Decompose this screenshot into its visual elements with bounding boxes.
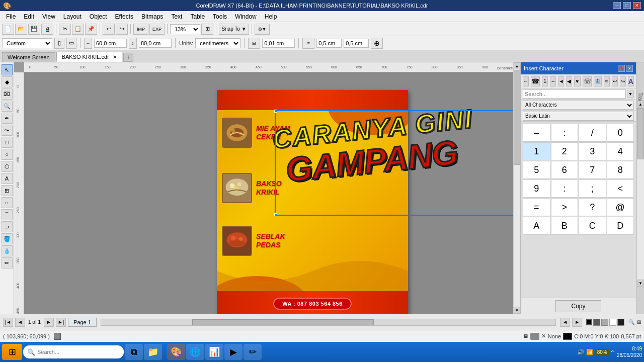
char-qmark[interactable]: ? [579, 198, 606, 216]
select-tool[interactable]: ↖ [2, 64, 13, 75]
offset-y-input[interactable] [344, 39, 369, 48]
blend-tool[interactable]: ⊃ [2, 221, 13, 232]
char-semicolon[interactable]: ; [579, 179, 606, 198]
char-4[interactable]: 4 [607, 142, 634, 160]
vscroll-up[interactable]: ▲ [514, 62, 520, 69]
chrome-btn[interactable]: 🌐 [186, 344, 204, 360]
outline-tool[interactable]: ✏ [2, 257, 13, 268]
units-select[interactable]: centimetersinchespixels [195, 38, 240, 48]
landscape-btn[interactable]: ▭ [66, 38, 76, 49]
panel-pin-btn[interactable]: 📌 [618, 65, 625, 72]
char-dot[interactable]: : [551, 124, 579, 142]
close-button[interactable]: ✕ [633, 2, 641, 9]
portrait-btn[interactable]: ▯ [54, 38, 64, 49]
ic-phone2-icon[interactable]: ☏ [583, 76, 592, 86]
media-btn[interactable]: ▶ [224, 344, 243, 360]
char-B[interactable]: B [551, 217, 579, 235]
panel-close-btn[interactable]: ✕ [626, 65, 633, 72]
import-button[interactable]: IMP [133, 24, 148, 35]
char-eq[interactable]: = [523, 198, 550, 216]
rectangle-tool[interactable]: □ [2, 137, 13, 148]
zoom-tool[interactable]: 🔍 [2, 101, 13, 112]
char-2[interactable]: 2 [551, 142, 579, 160]
grey-swatch[interactable] [601, 319, 608, 326]
menu-item-effects[interactable]: Effects [111, 12, 137, 21]
char-6[interactable]: 6 [551, 161, 579, 179]
tab-bakso[interactable]: BAKSO KRIKIL.cdr ✕ [56, 52, 122, 62]
view-options-btn[interactable]: ⚙▼ [255, 24, 270, 35]
char-gt[interactable]: > [551, 198, 579, 216]
menu-item-edit[interactable]: Edit [20, 12, 38, 21]
fill-tool[interactable]: 🪣 [2, 233, 13, 244]
eyedropper-tool[interactable]: 💧 [2, 245, 13, 256]
ic-scroll-up[interactable]: ▲ [637, 101, 644, 108]
first-page-btn[interactable]: |◄ [3, 318, 13, 327]
next-page-btn[interactable]: ► [44, 318, 54, 327]
taskbar-search[interactable]: 🔍 [23, 345, 124, 358]
tab-close-icon[interactable]: ✕ [113, 54, 117, 60]
cut-button[interactable]: ✂ [59, 24, 71, 35]
snap-to-btn[interactable]: Snap To ▼ [219, 24, 249, 35]
corel-photo-btn[interactable]: ✏ [244, 344, 262, 360]
nudge-input[interactable] [262, 39, 295, 48]
redo-button[interactable]: ↪ [116, 24, 128, 35]
ic-dash-btn[interactable]: – [550, 76, 556, 86]
char-C[interactable]: C [579, 217, 606, 235]
dimension-tool[interactable]: ↔ [2, 197, 13, 208]
char-5[interactable]: 5 [523, 161, 550, 179]
open-button[interactable]: 📂 [15, 24, 27, 35]
height-input[interactable] [139, 39, 172, 48]
polygon-tool[interactable]: ⬡ [2, 161, 13, 172]
undo-button[interactable]: ↩ [103, 24, 115, 35]
ic-vscroll[interactable]: ▲ ▼ [637, 101, 644, 287]
menu-item-file[interactable]: File [2, 12, 20, 21]
menu-item-text[interactable]: Text [167, 12, 186, 21]
zoom-select[interactable]: 13%25%50%100% [170, 24, 200, 34]
page-tab[interactable]: Page 1 [68, 318, 97, 327]
black-swatch[interactable] [617, 319, 624, 326]
file-explorer-btn[interactable]: 📁 [144, 344, 162, 360]
add-page-btn[interactable]: ⊕ [371, 38, 383, 49]
connector-tool[interactable]: ⌒ [2, 209, 13, 220]
table-tool[interactable]: ⊞ [2, 185, 13, 196]
char-9[interactable]: 9 [523, 179, 550, 198]
shape-tool[interactable]: ◆ [2, 76, 13, 87]
save-button[interactable]: 💾 [28, 24, 40, 35]
menu-item-view[interactable]: View [38, 12, 59, 21]
char-lt[interactable]: < [607, 179, 634, 198]
minimize-button[interactable]: ─ [613, 2, 621, 9]
menu-item-tools[interactable]: Tools [209, 12, 231, 21]
ic-category-select[interactable]: Basic Latin [523, 112, 634, 121]
maximize-button[interactable]: □ [623, 2, 631, 9]
no-fill-swatch[interactable] [586, 319, 592, 325]
menu-item-window[interactable]: Window [231, 12, 261, 21]
copy-button[interactable]: Copy [555, 300, 601, 312]
char-1[interactable]: 1 [523, 142, 550, 160]
menu-item-object[interactable]: Object [86, 12, 111, 21]
char-0[interactable]: 0 [607, 124, 634, 142]
char-3[interactable]: 3 [579, 142, 606, 160]
scroll-right-btn[interactable]: ► [572, 318, 582, 327]
text-tool[interactable]: A [2, 173, 13, 184]
offset-x-input[interactable] [316, 39, 342, 48]
scroll-left-btn[interactable]: ◄ [560, 318, 570, 327]
menu-item-table[interactable]: Table [186, 12, 209, 21]
taskbar-search-input[interactable] [37, 349, 120, 355]
menu-item-help[interactable]: Help [261, 12, 281, 21]
ic-font-select[interactable]: All Characters [523, 101, 634, 110]
task-view-btn[interactable]: ⧉ [125, 344, 143, 360]
dark-swatch[interactable] [593, 319, 600, 326]
document-canvas[interactable]: MIE AYAM CEKER [217, 90, 408, 314]
paste-button[interactable]: 📌 [85, 24, 97, 35]
char-colon[interactable]: : [551, 179, 579, 198]
prev-page-btn[interactable]: ◄ [15, 318, 25, 327]
export-button[interactable]: EXP [149, 24, 165, 35]
crop-tool[interactable]: ⌧ [2, 88, 13, 100]
char-A[interactable]: A [523, 217, 550, 235]
char-8[interactable]: 8 [607, 161, 634, 179]
ic-scroll-down[interactable]: ▼ [637, 280, 644, 287]
ic-font-icon[interactable]: A [628, 76, 634, 86]
menu-item-bitmaps[interactable]: Bitmaps [137, 12, 167, 21]
print-button[interactable]: 🖨 [41, 24, 53, 35]
char-D[interactable]: D [607, 217, 634, 235]
